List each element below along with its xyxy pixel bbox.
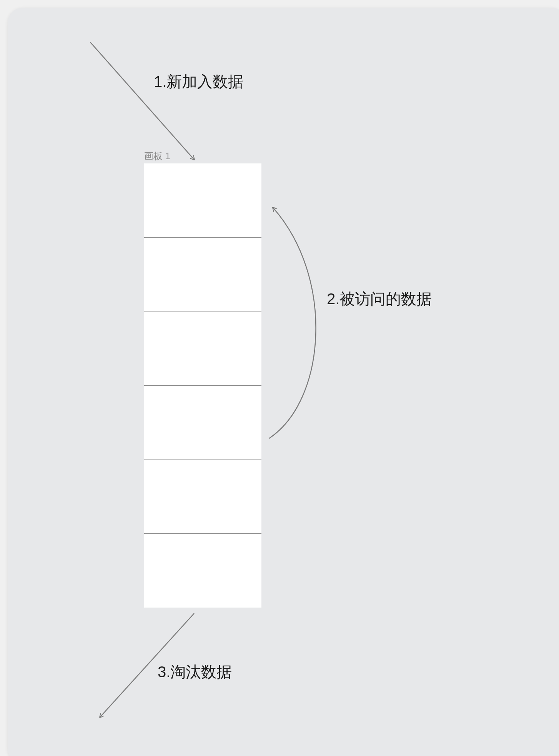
artboard-label: 画板 1: [144, 150, 170, 162]
stack-cell: [144, 533, 261, 608]
arrows-layer: [8, 8, 559, 756]
label-evicted-data: 3.淘汰数据: [158, 661, 232, 683]
stack-cell: [144, 163, 261, 237]
arrow-accessed-data-icon: [269, 208, 316, 438]
label-new-data: 1.新加入数据: [154, 71, 243, 92]
lru-stack: [144, 163, 261, 608]
arrow-new-data-icon: [90, 42, 194, 160]
diagram-canvas: 画板 1 1.新加入数据 2.被访问的数据 3.淘汰数据: [8, 8, 559, 756]
stack-cell: [144, 311, 261, 385]
stack-cell: [144, 385, 261, 460]
stack-cell: [144, 460, 261, 534]
label-accessed-data: 2.被访问的数据: [327, 288, 432, 310]
stack-cell: [144, 237, 261, 311]
